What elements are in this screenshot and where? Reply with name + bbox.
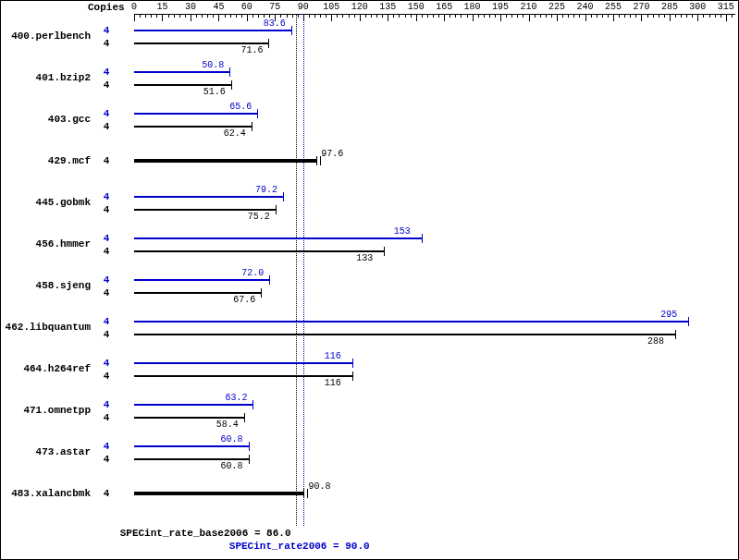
- axis-tick-major: [134, 14, 135, 21]
- benchmark-name: 401.bzip2: [0, 72, 91, 83]
- bar-peak: [134, 30, 291, 31]
- chart-wrapper: Copies0153045607590105120135150165180195…: [0, 0, 739, 560]
- axis-tick-minor: [709, 14, 710, 18]
- axis-tick-minor: [675, 14, 676, 18]
- axis-tick-minor: [591, 14, 592, 18]
- benchmark-name: 471.omnetpp: [0, 405, 91, 416]
- axis-tick-minor: [287, 14, 288, 18]
- axis-tick-minor: [653, 14, 654, 18]
- axis-tick-label: 225: [548, 2, 565, 12]
- axis-tick-minor: [145, 14, 146, 18]
- axis-tick-minor: [349, 14, 350, 18]
- axis-tick-minor: [298, 14, 299, 18]
- axis-tick-minor: [455, 14, 456, 18]
- benchmark-name: 445.gobmk: [0, 197, 91, 208]
- axis-tick-major: [191, 14, 191, 21]
- bar-base: [134, 417, 244, 419]
- axis-tick-minor: [438, 14, 439, 18]
- benchmark-name: 429.mcf: [0, 155, 91, 166]
- bar-whisker: [316, 156, 317, 165]
- bar-peak: [134, 321, 688, 323]
- copies-base: 4: [92, 412, 120, 423]
- axis-tick-major: [218, 14, 219, 21]
- copies-peak: 4: [92, 316, 120, 327]
- axis-tick-minor: [365, 14, 366, 18]
- axis-tick-minor: [619, 14, 620, 18]
- axis-tick-minor: [546, 14, 547, 18]
- copies-base: 4: [92, 246, 120, 257]
- bar-peak: [134, 445, 249, 447]
- axis-tick-major: [670, 14, 671, 21]
- value-label-base: 58.4: [216, 420, 239, 430]
- copies-base: 4: [92, 454, 120, 465]
- axis-tick-minor: [686, 14, 687, 18]
- axis-tick-label: 0: [131, 2, 137, 12]
- axis-tick-minor: [562, 14, 563, 18]
- axis-tick-major: [331, 14, 332, 21]
- axis-tick-minor: [314, 14, 315, 18]
- copies-base: 4: [92, 121, 120, 132]
- value-label-base: 67.6: [233, 295, 255, 305]
- axis-tick-label: 60: [241, 2, 252, 12]
- copies-base: 4: [92, 329, 120, 340]
- axis-tick-minor: [647, 14, 648, 18]
- bar-whisker: [675, 330, 676, 339]
- axis-tick-minor: [422, 14, 423, 18]
- axis-tick-minor: [236, 14, 237, 18]
- bar-base: [134, 126, 252, 128]
- axis-tick-minor: [478, 14, 479, 18]
- bar-peak: [134, 279, 269, 281]
- axis-tick-minor: [703, 14, 704, 18]
- bar-whisker: [269, 275, 270, 285]
- value-label: 90.8: [308, 481, 330, 492]
- axis-tick-minor: [635, 14, 636, 18]
- benchmark-name: 464.h264ref: [0, 363, 91, 374]
- axis-tick-minor: [692, 14, 693, 18]
- bar-whisker: [249, 455, 250, 464]
- axis-tick-major: [613, 14, 614, 21]
- axis-tick-major: [473, 14, 474, 21]
- axis-tick-label: 315: [718, 2, 734, 12]
- axis-tick-minor: [151, 14, 152, 18]
- axis-tick-minor: [230, 14, 231, 18]
- bar-whisker: [352, 371, 353, 381]
- axis-tick-minor: [258, 14, 259, 18]
- axis-tick-minor: [252, 14, 253, 18]
- value-label-peak: 295: [660, 310, 677, 320]
- value-label-peak: 79.2: [255, 185, 277, 195]
- axis-tick-minor: [179, 14, 180, 18]
- axis-tick-minor: [156, 14, 157, 18]
- bar-whisker: [257, 109, 258, 118]
- bar-base: [134, 84, 231, 86]
- axis-tick-minor: [664, 14, 665, 18]
- axis-tick-major: [529, 14, 530, 21]
- axis-tick-label: 90: [298, 2, 309, 12]
- bar-combined: [134, 159, 317, 163]
- axis-tick-minor: [540, 14, 541, 18]
- summary-peak: SPECint_rate2006 = 90.0: [229, 541, 370, 552]
- value-label-peak: 65.6: [229, 102, 252, 112]
- bar-peak: [134, 404, 252, 406]
- axis-tick-minor: [326, 14, 326, 18]
- bar-whisker: [291, 26, 292, 35]
- bar-peak: [134, 362, 352, 364]
- axis-tick-minor: [411, 14, 412, 18]
- bar-base: [134, 250, 384, 252]
- bar-whisker: [252, 400, 253, 409]
- copies-peak: 4: [92, 274, 120, 286]
- axis-tick-major: [247, 14, 248, 21]
- axis-tick-minor: [213, 14, 214, 18]
- axis-tick-label: 150: [408, 2, 425, 12]
- bar-peak: [134, 71, 229, 73]
- axis-tick-minor: [337, 14, 338, 18]
- value-label-base: 71.6: [240, 45, 263, 55]
- copies-peak: 4: [92, 191, 120, 202]
- axis-tick-minor: [382, 14, 383, 18]
- axis-tick-minor: [433, 14, 434, 18]
- axis-tick-minor: [551, 14, 552, 18]
- axis-tick-minor: [225, 14, 226, 18]
- axis-tick-minor: [196, 14, 197, 18]
- axis-tick-label: 210: [521, 2, 537, 12]
- bar-whisker: [276, 205, 277, 214]
- axis-tick-label: 180: [464, 2, 481, 12]
